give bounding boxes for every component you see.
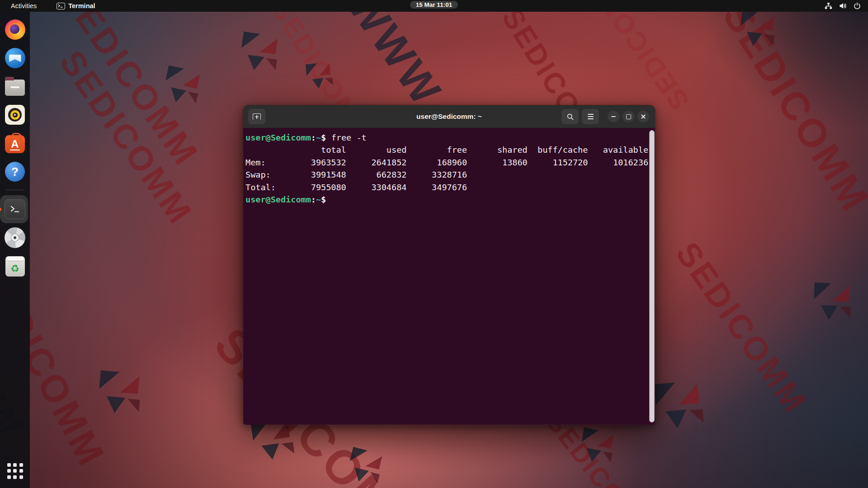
dock-item-rhythmbox[interactable] [4,104,26,126]
prompt-user: user@Sedicomm [245,133,311,142]
wallpaper-brand-text: SEDICOMM [52,43,201,232]
terminal-content[interactable]: user@Sedicomm:~$free -t total used free … [243,128,655,425]
new-tab-icon [253,113,261,120]
typed-command: free -t [331,133,367,142]
prompt-user: user@Sedicomm [245,195,311,204]
terminal-command-line: user@Sedicomm:~$free -t [245,131,647,144]
new-tab-button[interactable] [248,109,265,124]
prompt-symbol: $ [321,133,326,142]
wallpaper-brand-text: SEDICOMM [668,235,814,421]
triangle-logo-decoration [813,282,858,327]
triangle-logo-decoration [654,380,713,438]
terminal-app-icon [57,3,65,9]
recycle-glyph: ♻ [10,264,19,274]
terminal-scrollbar [649,130,654,422]
focused-app-menu[interactable]: Terminal [57,2,95,9]
rhythmbox-icon [5,105,25,125]
triangle-logo-decoration [738,10,783,55]
focused-app-label: Terminal [68,2,95,9]
wallpaper-www-text: WWW [337,0,452,115]
dock-item-thunderbird[interactable] [4,47,26,69]
thunderbird-icon [5,48,25,68]
trash-icon: ♻ [5,256,25,277]
free-output-mem-row: Mem: 3963532 2641852 168960 13860 115272… [245,156,647,169]
dock-item-cd-media[interactable] [4,227,26,249]
window-titlebar[interactable]: user@Sedicomm: ~ [243,105,655,128]
free-output-header: total used free shared buff/cache availa… [245,144,647,156]
maximize-icon [626,114,631,119]
prompt-separator: : [311,195,316,204]
clock-button[interactable]: 15 Mar 11:01 [410,1,458,9]
triangle-logo-decoration [306,61,339,94]
triangle-logo-decoration [160,66,209,114]
dock-separator [5,190,24,190]
power-icon [854,2,861,9]
search-button[interactable] [561,109,579,124]
hamburger-icon [588,114,594,119]
firefox-icon [5,19,25,40]
triangle-logo-decoration [577,427,621,471]
minimize-icon [611,116,616,117]
wallpaper-brand-text: SEDICOMM [577,0,695,116]
dock-item-firefox[interactable] [4,19,26,40]
activities-button[interactable]: Activities [8,1,39,10]
terminal-icon [5,199,25,219]
dock-item-trash[interactable]: ♻ [4,255,26,277]
free-output-total-row: Total: 7955080 3304684 3497676 [245,181,647,193]
help-icon: ? [5,162,25,182]
dock-item-terminal-active[interactable] [4,198,26,220]
top-bar: Activities Terminal 15 Mar 11:01 [0,0,868,12]
triangle-logo-decoration [344,447,390,488]
dock-item-ubuntu-software[interactable]: A [4,132,26,154]
scrollbar-thumb[interactable] [649,130,655,422]
menu-button[interactable] [582,109,599,124]
terminal-window: user@Sedicomm: ~ user@Sedicomm:~$free -t… [243,105,656,425]
close-button[interactable] [637,111,649,122]
dock-item-files[interactable] [4,75,26,97]
search-icon [566,113,574,121]
dock-item-help[interactable]: ? [4,161,26,183]
wallpaper-brand-text: SEDICOMM [713,0,868,221]
prompt-path: ~ [316,133,321,142]
free-output-swap-row: Swap: 3991548 662832 3328716 [245,169,647,181]
cd-icon [5,227,25,248]
triangle-logo-decoration [96,370,149,423]
prompt-separator: : [311,133,316,142]
network-icon [825,2,832,9]
prompt-path: ~ [316,195,321,204]
volume-icon [839,2,847,9]
minimize-button[interactable] [608,111,619,122]
wallpaper-brand-text: SEDICOMM [52,0,207,174]
show-apps-button[interactable] [4,460,26,482]
ubuntu-software-icon: A [5,135,25,153]
dock: A ? ♻ [0,12,30,488]
files-icon [5,80,25,96]
close-icon [641,114,646,119]
maximize-button[interactable] [623,111,634,122]
terminal-prompt-line: user@Sedicomm:~$ [245,193,647,206]
triangle-logo-decoration [238,32,287,80]
system-status-menu[interactable] [817,0,868,12]
prompt-symbol: $ [321,195,326,204]
